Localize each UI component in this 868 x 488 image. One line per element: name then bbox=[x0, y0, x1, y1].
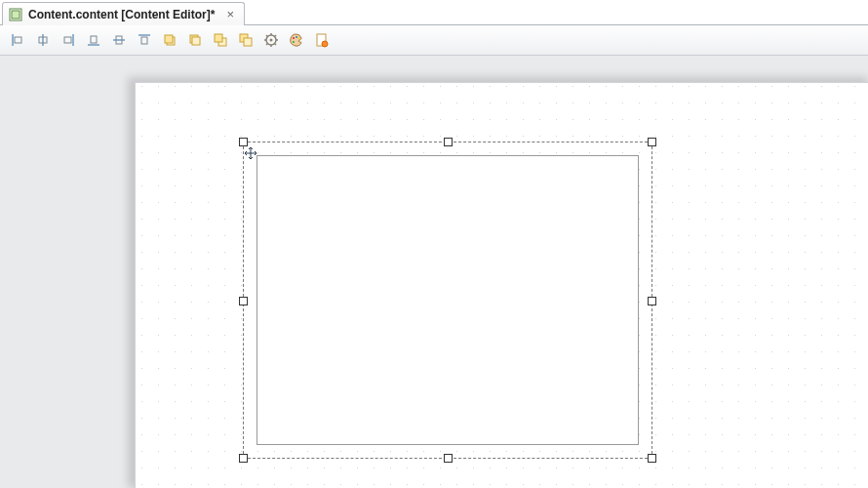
svg-rect-9 bbox=[91, 36, 97, 43]
resize-handle-nw[interactable] bbox=[239, 138, 248, 146]
align-top-button[interactable] bbox=[135, 30, 154, 50]
svg-rect-1 bbox=[12, 11, 20, 19]
selected-panel[interactable] bbox=[256, 155, 639, 445]
canvas-area[interactable] bbox=[24, 56, 868, 488]
svg-rect-17 bbox=[192, 37, 200, 45]
document-icon bbox=[9, 8, 22, 21]
bring-to-front-button[interactable] bbox=[211, 30, 230, 50]
svg-line-29 bbox=[275, 44, 277, 46]
tab-title: Content.content [Content Editor]* bbox=[28, 8, 215, 21]
bring-forward-button[interactable] bbox=[160, 30, 179, 50]
resize-handle-sw[interactable] bbox=[239, 454, 248, 463]
svg-point-33 bbox=[296, 36, 297, 38]
svg-rect-21 bbox=[244, 38, 252, 46]
move-icon[interactable] bbox=[245, 147, 256, 159]
svg-point-32 bbox=[293, 37, 295, 39]
page-style-button[interactable] bbox=[312, 30, 332, 50]
work-area bbox=[0, 56, 868, 488]
resize-handle-w[interactable] bbox=[239, 297, 248, 305]
align-left-button[interactable] bbox=[8, 30, 27, 50]
svg-rect-3 bbox=[15, 37, 21, 43]
selection-bounds[interactable] bbox=[243, 142, 652, 459]
svg-point-34 bbox=[293, 41, 295, 43]
send-backward-button[interactable] bbox=[185, 30, 205, 50]
svg-rect-15 bbox=[165, 35, 173, 43]
svg-rect-13 bbox=[141, 37, 147, 44]
tab-bar: Content.content [Content Editor]* × bbox=[0, 0, 868, 25]
svg-point-37 bbox=[322, 41, 328, 47]
svg-line-28 bbox=[266, 35, 268, 37]
resize-handle-s[interactable] bbox=[444, 454, 453, 463]
align-bottom-button[interactable] bbox=[84, 30, 103, 50]
resize-handle-n[interactable] bbox=[444, 138, 453, 146]
align-right-button[interactable] bbox=[59, 30, 78, 50]
tab-content-editor[interactable]: Content.content [Content Editor]* × bbox=[2, 2, 245, 25]
align-h-center-button[interactable] bbox=[33, 30, 53, 50]
color-palette-button[interactable] bbox=[287, 30, 306, 50]
toolbar bbox=[0, 25, 868, 56]
close-icon[interactable]: × bbox=[224, 9, 236, 20]
vertical-ruler bbox=[0, 56, 24, 488]
send-to-back-button[interactable] bbox=[236, 30, 256, 50]
resize-handle-e[interactable] bbox=[648, 297, 656, 305]
settings-button[interactable] bbox=[261, 30, 281, 50]
svg-line-30 bbox=[266, 44, 268, 46]
svg-point-23 bbox=[270, 39, 273, 42]
resize-handle-ne[interactable] bbox=[648, 138, 656, 146]
editor-root: Content.content [Content Editor]* × bbox=[0, 0, 868, 488]
svg-rect-7 bbox=[64, 37, 71, 43]
align-v-center-button[interactable] bbox=[109, 30, 129, 50]
svg-line-31 bbox=[275, 35, 277, 37]
svg-point-35 bbox=[297, 37, 299, 39]
editor-page[interactable] bbox=[135, 82, 868, 488]
resize-handle-se[interactable] bbox=[648, 454, 656, 463]
svg-rect-19 bbox=[215, 34, 222, 42]
